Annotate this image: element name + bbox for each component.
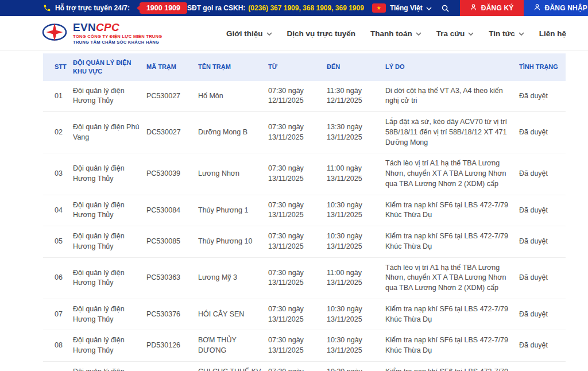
brand-text: EVNCPC TỔNG CÔNG TY ĐIỆN LỰC MIỀN TRUNG … [73, 22, 163, 45]
table-body: 01 Đội quản lý điện Hương Thủy PC530027 … [43, 81, 566, 371]
cell-ma-tram: PC530039 [146, 153, 198, 195]
cell-den: 13:30 ngày 13/11/2025 [327, 112, 385, 153]
table-row: 06 Đội quản lý điện Hương Thủy PC530363 … [43, 257, 566, 299]
cell-tinh-trang: Đã duyệt [519, 361, 566, 371]
column-header: STT [43, 53, 73, 81]
column-header: TỪ [268, 53, 327, 81]
cell-ten-tram: Thủy Phương 1 [198, 195, 268, 226]
cell-ly-do: Kiểm tra nạp khí SF6 tại LBS 472-7/79 Kh… [385, 299, 519, 330]
search-icon[interactable] [441, 4, 450, 13]
cell-stt: 02 [43, 112, 73, 153]
outage-schedule-section: STTĐỘI QUẢN LÝ ĐIỆN KHU VỰCMÃ TRẠMTÊN TR… [0, 51, 588, 371]
table-row: 08 Đội quản lý điện Hương Thủy PD530126 … [43, 330, 566, 362]
cell-doi-quan-ly: Đội quản lý điện Hương Thủy [73, 330, 146, 362]
cell-stt: 03 [43, 153, 73, 195]
cell-den: 10:30 ngày 13/11/2025 [327, 226, 385, 258]
language-label: Tiếng Việt [390, 4, 423, 12]
evncpc-logo[interactable]: EVNCPC TỔNG CÔNG TY ĐIỆN LỰC MIỀN TRUNG … [41, 22, 163, 45]
register-button[interactable]: ĐĂNG KÝ [460, 0, 524, 16]
table-row: 07 Đội quản lý điện Hương Thủy PC530376 … [43, 299, 566, 330]
cell-tu: 07:30 ngày 13/11/2025 [268, 226, 327, 258]
cell-tinh-trang: Đã duyệt [519, 112, 566, 153]
cell-ma-tram: PC530363 [146, 257, 198, 299]
nav-item-1[interactable]: Dịch vụ trực tuyến [287, 29, 355, 38]
cell-den: 10:30 ngày 13/11/2025 [327, 299, 385, 330]
chevron-down-icon [519, 32, 524, 36]
nav-item-5[interactable]: Liên hệ [539, 29, 566, 38]
chevron-down-icon [468, 32, 474, 36]
cell-stt: 05 [43, 226, 73, 258]
cell-ma-tram: DC530027 [146, 112, 198, 153]
user-icon [533, 3, 541, 13]
chevron-down-icon [416, 32, 421, 36]
table-row: 04 Đội quản lý điện Hương Thủy PC530084 … [43, 195, 566, 226]
cell-stt: 07 [43, 299, 73, 330]
cell-doi-quan-ly: Đội quản lý điện Hương Thủy [73, 153, 146, 195]
nav-item-3[interactable]: Tra cứu [436, 29, 474, 38]
cell-ma-tram: PC530084 [146, 195, 198, 226]
cell-doi-quan-ly: Đội quản lý điện Hương Thủy [73, 361, 146, 371]
chevron-down-icon [266, 32, 272, 36]
cell-den: 10:30 ngày 13/11/2025 [327, 330, 385, 362]
phone-icon [43, 4, 51, 12]
cell-den: 10:30 ngày 13/11/2025 [327, 195, 385, 226]
evn-star-icon [41, 22, 68, 45]
cell-ly-do: Kiểm tra nạp khí SF6 tại LBS 472-7/79 Kh… [385, 226, 519, 258]
table-row: 05 Đội quản lý điện Hương Thủy PC530085 … [43, 226, 566, 258]
cell-tu: 07:30 ngày 13/11/2025 [268, 299, 327, 330]
table-row: 02 Đội quản lý điện Phú Vang DC530027 Dư… [43, 112, 566, 153]
cell-den: 10:30 ngày 13/11/2025 [327, 361, 385, 371]
cell-doi-quan-ly: Đội quản lý điện Hương Thủy [73, 195, 146, 226]
nav-item-4[interactable]: Tin tức [489, 29, 524, 38]
cell-ly-do: Tách lèo vị trí A1 hạ thế TBA Lương Nhơn… [385, 153, 519, 195]
cell-tu: 07:30 ngày 13/11/2025 [268, 330, 327, 362]
cell-ly-do: Kiểm tra nạp khí SF6 tại LBS 472-7/79 Kh… [385, 330, 519, 362]
table-header-row: STTĐỘI QUẢN LÝ ĐIỆN KHU VỰCMÃ TRẠMTÊN TR… [43, 53, 566, 81]
cell-tu: 07:30 ngày 13/11/2025 [268, 361, 327, 371]
cell-ly-do: Tách lèo vị trí A1 hạ thế TBA Lương Nhơn… [385, 257, 519, 299]
support-label: Hỗ trợ trực tuyến 24/7: [55, 4, 130, 12]
cell-tinh-trang: Đã duyệt [519, 226, 566, 258]
cell-ly-do: Lắp đặt xà sứ, kéo dây ACV70 từ vị trí 5… [385, 112, 519, 153]
cell-ten-tram: CHI CỤC THUẾ KV HƯƠNG PHÚ [198, 361, 268, 371]
cell-ma-tram: PD530155 [146, 361, 198, 371]
user-icon [470, 3, 477, 13]
brand-line1: TỔNG CÔNG TY ĐIỆN LỰC MIỀN TRUNG [73, 34, 163, 39]
column-header: LÝ DO [385, 53, 519, 81]
table-row: 09 Đội quản lý điện Hương Thủy PD530155 … [43, 361, 566, 371]
column-header: ĐỘI QUẢN LÝ ĐIỆN KHU VỰC [73, 53, 146, 81]
cell-tinh-trang: Đã duyệt [519, 257, 566, 299]
cell-ma-tram: PC530085 [146, 226, 198, 258]
cskh-label: SĐT gọi ra CSKH: [187, 4, 245, 12]
cell-ten-tram: BƠM THỦY DƯƠNG [198, 330, 268, 362]
cell-tinh-trang: Đã duyệt [519, 330, 566, 362]
hotline-badge[interactable]: 1900 1909 [140, 2, 187, 14]
table-row: 01 Đội quản lý điện Hương Thủy PC530027 … [43, 81, 566, 112]
site-header: EVNCPC TỔNG CÔNG TY ĐIỆN LỰC MIỀN TRUNG … [0, 16, 588, 51]
cell-ma-tram: PC530027 [146, 81, 198, 112]
cell-doi-quan-ly: Đội quản lý điện Hương Thủy [73, 226, 146, 258]
cell-ten-tram: Lương Mỹ 3 [198, 257, 268, 299]
cell-den: 11:00 ngày 13/11/2025 [327, 153, 385, 195]
cskh-numbers: SĐT gọi ra CSKH: (0236) 367 1909, 368 19… [187, 4, 364, 12]
cell-ten-tram: Dưỡng Mong B [198, 112, 268, 153]
vietnam-flag-icon: ★ [372, 3, 386, 13]
cell-stt: 08 [43, 330, 73, 362]
cell-tinh-trang: Đã duyệt [519, 81, 566, 112]
cell-tinh-trang: Đã duyệt [519, 195, 566, 226]
brand-line2: TRUNG TÂM CHĂM SÓC KHÁCH HÀNG [73, 40, 163, 45]
nav-item-2[interactable]: Thanh toán [370, 29, 421, 38]
nav-item-0[interactable]: Giới thiệu [226, 29, 272, 38]
cell-stt: 01 [43, 81, 73, 112]
cell-stt: 06 [43, 257, 73, 299]
cell-stt: 04 [43, 195, 73, 226]
main-nav: Giới thiệu Dịch vụ trực tuyến Thanh toán… [226, 29, 566, 38]
login-button[interactable]: ĐĂNG NHẬP [524, 0, 588, 16]
cell-ten-tram: HÓI CÂY SEN [198, 299, 268, 330]
cell-tu: 07:30 ngày 13/11/2025 [268, 257, 327, 299]
topbar: Hỗ trợ trực tuyến 24/7: 1900 1909 SĐT gọ… [0, 0, 588, 16]
language-selector[interactable]: Tiếng Việt [390, 4, 432, 12]
brand-name: EVNCPC [73, 22, 163, 33]
cell-ten-tram: Lương Nhơn [198, 153, 268, 195]
cell-ly-do: Kiểm tra nạp khí SF6 tại LBS 472-7/79 Kh… [385, 195, 519, 226]
